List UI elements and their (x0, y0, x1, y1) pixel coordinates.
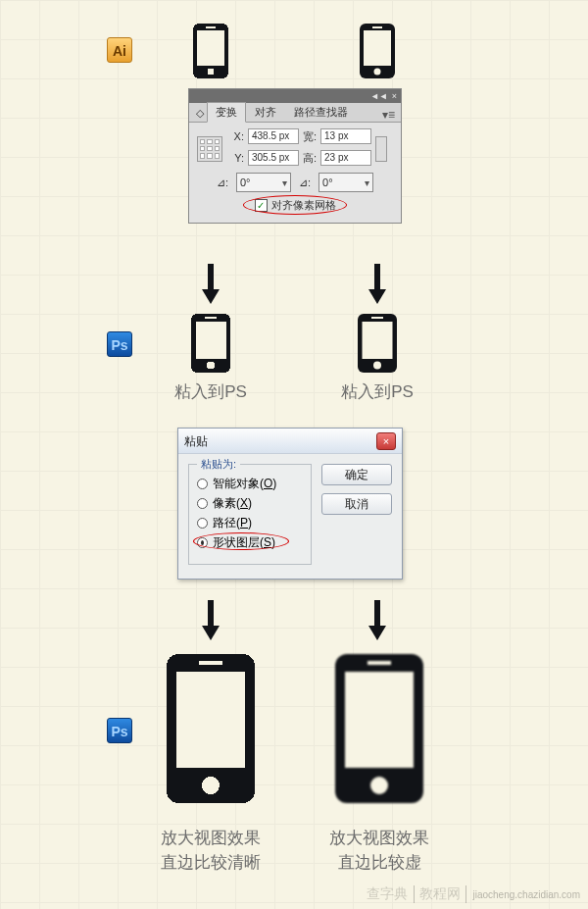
svg-rect-2 (206, 26, 216, 28)
paste-dialog: 粘贴 × 粘贴为: 智能对象(O) 像素(X) 路径(P) 形状图层(S) 确定… (177, 428, 403, 580)
radio-shape-layer[interactable] (197, 537, 208, 548)
svg-rect-10 (205, 317, 217, 319)
svg-point-7 (374, 69, 381, 76)
svg-point-15 (373, 362, 381, 370)
svg-rect-18 (199, 661, 222, 665)
shear-icon: ⊿: (299, 177, 311, 189)
fieldset-legend: 粘贴为: (197, 457, 240, 472)
field-x[interactable]: 438.5 px (248, 128, 299, 144)
tab-pathfinder[interactable]: 路径查找器 (285, 102, 357, 123)
label-y: Y: (230, 152, 244, 164)
label-w: 宽: (303, 129, 317, 144)
dialog-title: 粘贴 (184, 429, 208, 454)
align-pixel-grid-checkbox[interactable]: ✓ (255, 199, 268, 212)
svg-rect-9 (196, 322, 226, 359)
radio-shape-layer-label: 形状图层(S) (213, 534, 275, 551)
radio-path[interactable] (197, 518, 208, 529)
field-w[interactable]: 13 px (320, 128, 371, 144)
radio-smart-object-label: 智能对象(O) (213, 476, 276, 492)
watermark: 查字典 教程网 jiaocheng.chazidian.com (367, 885, 580, 903)
arrow-down-icon (202, 289, 220, 304)
svg-rect-6 (372, 26, 382, 28)
phone-large-sharp (167, 654, 255, 803)
phone-icon-ai-soft (360, 24, 395, 78)
phone-icon-ps-soft (358, 314, 397, 373)
radio-pixels[interactable] (197, 498, 208, 509)
arrow-down-icon (202, 626, 220, 640)
panel-close-icon[interactable]: × (392, 91, 397, 101)
arrow-down-icon (368, 626, 386, 640)
svg-rect-21 (345, 672, 414, 768)
svg-rect-5 (364, 30, 391, 66)
field-h[interactable]: 23 px (320, 150, 371, 166)
angle-icon: ⊿: (217, 177, 228, 189)
ps-badge: Ps (107, 331, 132, 357)
panel-menu-icon[interactable]: ▾≡ (376, 108, 401, 122)
dialog-close-button[interactable]: × (376, 432, 396, 450)
tab-diamond-icon: ◇ (193, 105, 207, 122)
ai-badge: Ai (107, 37, 132, 63)
angle-select[interactable]: 0° (236, 173, 291, 192)
cancel-button[interactable]: 取消 (321, 493, 392, 515)
shear-select[interactable]: 0° (318, 173, 373, 192)
caption-paste-right: 粘入到PS (323, 380, 431, 405)
svg-point-19 (202, 777, 220, 794)
svg-point-23 (370, 777, 388, 794)
ok-button[interactable]: 确定 (321, 464, 392, 485)
caption-zoom-left: 放大视图效果 直边比较清晰 (145, 827, 276, 875)
svg-rect-17 (176, 672, 245, 768)
link-constraint-icon[interactable] (375, 136, 387, 162)
radio-path-label: 路径(P) (213, 515, 252, 531)
svg-point-3 (208, 69, 215, 76)
tab-transform[interactable]: 变换 (207, 102, 246, 123)
svg-rect-1 (197, 30, 224, 66)
svg-rect-13 (363, 322, 393, 359)
caption-zoom-right: 放大视图效果 直边比较虚 (314, 827, 445, 875)
radio-smart-object[interactable] (197, 479, 208, 489)
reference-point[interactable] (197, 136, 222, 162)
tab-align[interactable]: 对齐 (246, 102, 285, 123)
arrow-down-icon (368, 289, 386, 304)
svg-rect-14 (371, 317, 383, 319)
phone-icon-ps-sharp (191, 314, 230, 373)
align-pixel-grid-label: 对齐像素网格 (271, 198, 336, 213)
paste-as-fieldset: 粘贴为: 智能对象(O) 像素(X) 路径(P) 形状图层(S) (188, 464, 312, 565)
label-x: X: (230, 130, 244, 142)
svg-point-11 (207, 362, 215, 370)
field-y[interactable]: 305.5 px (248, 150, 299, 166)
ps-badge: Ps (107, 718, 132, 743)
phone-icon-ai-sharp (193, 24, 228, 78)
label-h: 高: (303, 151, 317, 166)
panel-collapse-icon[interactable]: ◄◄ (370, 91, 388, 101)
caption-paste-left: 粘入到PS (157, 380, 265, 405)
transform-panel: ◄◄ × ◇ 变换 对齐 路径查找器 ▾≡ X:438.5 px Y:305.5… (188, 88, 402, 224)
svg-rect-22 (368, 661, 391, 665)
phone-large-soft (335, 654, 423, 803)
radio-pixels-label: 像素(X) (213, 495, 252, 512)
